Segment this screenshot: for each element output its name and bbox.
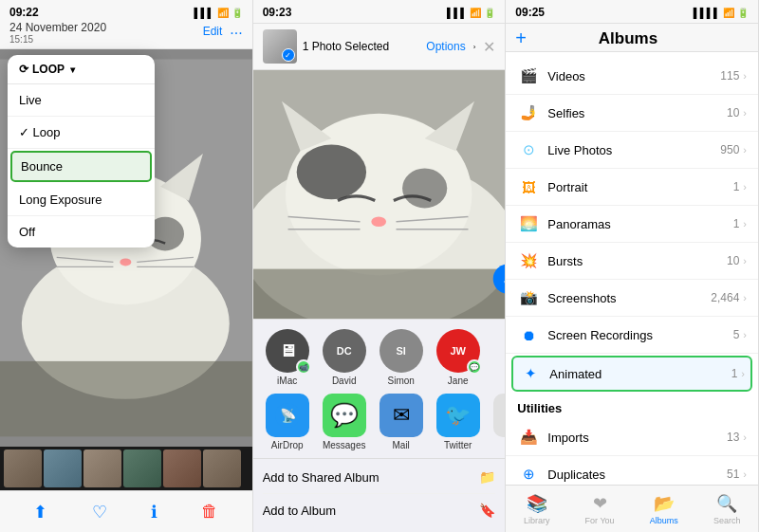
album-bursts-count: 10 (727, 254, 739, 267)
p3-add-button[interactable]: + (515, 28, 527, 49)
dropdown-item-live[interactable]: Live (8, 84, 155, 117)
twitter-label: Twitter (444, 440, 472, 450)
p2-selected-count: 1 Photo Selected (303, 40, 389, 53)
add-album-action[interactable]: Add to Album 🔖 (263, 494, 496, 526)
album-videos[interactable]: 🎬 Videos 115 › (506, 58, 758, 95)
panel-share: 09:23 ▌▌▌ 📶 🔋 ✓ 1 Photo Selected Options… (253, 0, 507, 532)
chevron-icon: › (743, 468, 747, 480)
album-portrait-name: Portrait (547, 180, 732, 194)
chevron-icon: › (743, 329, 747, 340)
p2-options-button[interactable]: Options (426, 40, 465, 53)
tab-for-you-label: For You (585, 516, 615, 525)
album-videos-count: 115 (720, 69, 739, 83)
share-icon[interactable]: ⬆ (33, 502, 47, 523)
p2-share-sheet: 🖥 📹 iMac DC David SI Simon JW 💬 Jane (253, 319, 506, 532)
p1-dropdown-header[interactable]: ⟳ LOOP ▾ (8, 55, 155, 84)
portrait-icon: 🖼 (517, 175, 540, 198)
p3-title-row: + Albums (506, 24, 758, 52)
add-shared-album-action[interactable]: Add to Shared Album 📁 (263, 461, 496, 494)
svg-text:✓: ✓ (502, 272, 506, 288)
p1-edit-button[interactable]: Edit (203, 25, 223, 42)
tab-albums[interactable]: 📂 Albums (650, 493, 678, 525)
airdrop-app[interactable]: 📡 AirDrop (263, 394, 312, 450)
album-duplicates-count: 51 (727, 468, 739, 481)
tab-for-you[interactable]: ❤ For You (585, 493, 615, 525)
selfies-icon: 🤳 (517, 101, 540, 124)
dropdown-item-long-exposure[interactable]: Long Exposure (8, 184, 155, 216)
album-screen-recordings[interactable]: ⏺ Screen Recordings 5 › (506, 317, 758, 354)
messages-app[interactable]: 💬 Messages (320, 394, 369, 450)
album-portrait[interactable]: 🖼 Portrait 1 › (506, 169, 758, 206)
album-panoramas[interactable]: 🌅 Panoramas 1 › (506, 206, 758, 243)
p1-header: 09:22 ▌▌▌ 📶 🔋 24 November 2020 15:15 Edi… (0, 0, 252, 49)
p3-title: Albums (599, 29, 657, 48)
more-app[interactable]: ··· More (491, 394, 506, 450)
album-live-count: 950 (720, 143, 739, 156)
album-icon: 🔖 (479, 503, 495, 518)
thumb-item[interactable] (44, 449, 82, 487)
svg-point-18 (371, 217, 386, 227)
heart-icon[interactable]: ♡ (92, 502, 107, 523)
p2-action-row: Add to Shared Album 📁 Add to Album 🔖 (253, 458, 506, 528)
p2-close-button[interactable]: ✕ (483, 38, 495, 56)
album-screenshots-count: 2,464 (711, 291, 739, 304)
thumb-item[interactable] (123, 449, 161, 487)
thumb-item[interactable] (83, 449, 121, 487)
thumb-item[interactable] (203, 449, 241, 487)
tab-library[interactable]: 📚 Library (524, 493, 550, 525)
mail-app[interactable]: ✉ Mail (377, 394, 426, 450)
mail-label: Mail (393, 440, 410, 450)
info-icon[interactable]: ℹ (151, 502, 157, 523)
trash-icon[interactable]: 🗑 (201, 502, 218, 522)
jane-msg-icon: 💬 (467, 359, 482, 375)
tab-search-label: Search (713, 516, 741, 525)
thumb-item[interactable] (4, 449, 42, 487)
album-duplicates[interactable]: ⊕ Duplicates 51 › (506, 456, 758, 485)
p2-time: 09:23 (263, 6, 292, 19)
dropdown-item-bounce[interactable]: Bounce (10, 151, 152, 182)
p2-cat-photo-svg: ✓ (253, 70, 506, 319)
album-bursts[interactable]: 💥 Bursts 10 › (506, 243, 758, 280)
album-screenshots[interactable]: 📸 Screenshots 2,464 › (506, 280, 758, 317)
library-tab-icon: 📚 (527, 493, 547, 514)
dropdown-item-loop[interactable]: ✓ Loop (8, 117, 155, 149)
svg-rect-25 (253, 269, 506, 319)
album-animated[interactable]: ✦ Animated 1 › (511, 356, 752, 392)
live-photos-icon: ⊙ (517, 138, 540, 161)
chevron-icon: › (743, 255, 747, 266)
panel-albums: 09:25 ▌▌▌▌ 📶 🔋 + Albums 🎬 Videos 115 › 🤳… (506, 0, 759, 532)
tab-search[interactable]: 🔍 Search (713, 493, 741, 525)
contact-jane[interactable]: JW 💬 Jane (434, 329, 483, 386)
p1-status-icons: ▌▌▌ 📶 🔋 (194, 8, 242, 18)
imports-icon: 📥 (517, 426, 540, 449)
p2-status-icons: ▌▌▌ 📶 🔋 (447, 8, 495, 18)
p3-utilities-title: Utilities (506, 394, 758, 419)
screenshots-icon: 📸 (517, 286, 540, 309)
album-screen-recordings-name: Screen Recordings (547, 328, 732, 342)
bursts-icon: 💥 (517, 249, 540, 272)
p1-more-button[interactable]: ··· (230, 25, 242, 42)
p2-contact-row: 🖥 📹 iMac DC David SI Simon JW 💬 Jane (253, 329, 506, 394)
messages-icon: 💬 (323, 394, 366, 437)
dropdown-item-off[interactable]: Off (8, 216, 155, 248)
animated-icon: ✦ (519, 362, 542, 385)
album-screenshots-name: Screenshots (547, 291, 711, 305)
album-imports[interactable]: 📥 Imports 13 › (506, 419, 758, 456)
album-live-name: Live Photos (547, 143, 720, 157)
album-screen-recordings-count: 5 (733, 328, 740, 341)
chevron-icon: › (743, 292, 747, 303)
svg-rect-12 (0, 361, 252, 437)
p2-selected-thumb: ✓ (263, 29, 297, 64)
imac-label: iMac (277, 376, 297, 386)
p2-main-photo: ✓ (253, 70, 506, 319)
contact-david[interactable]: DC David (320, 329, 369, 386)
twitter-app[interactable]: 🐦 Twitter (434, 394, 483, 450)
chevron-down-icon: ▾ (70, 64, 75, 75)
contact-imac[interactable]: 🖥 📹 iMac (263, 329, 312, 386)
contact-simon[interactable]: SI Simon (377, 329, 426, 386)
thumb-item[interactable] (163, 449, 201, 487)
album-live-photos[interactable]: ⊙ Live Photos 950 › (506, 132, 758, 169)
album-selfies[interactable]: 🤳 Selfies 10 › (506, 95, 758, 132)
chevron-icon: › (743, 218, 747, 229)
messages-label: Messages (323, 440, 366, 450)
